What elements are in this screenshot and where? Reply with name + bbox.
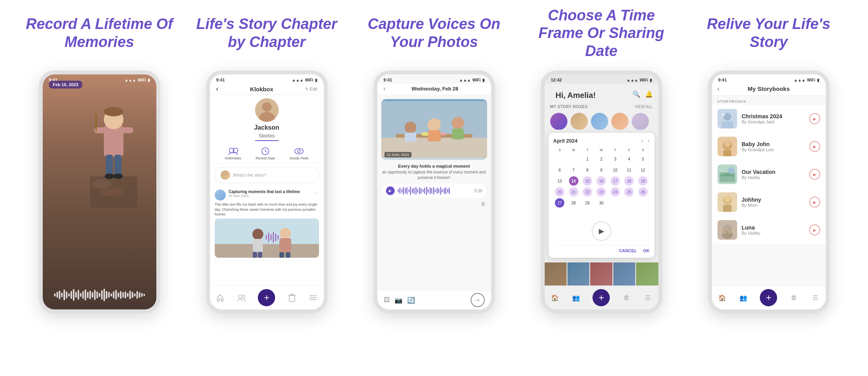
storybook-play-4[interactable]: ▶ [809, 197, 820, 208]
story-box-5[interactable] [632, 113, 649, 130]
menu-nav-icon[interactable]: ☰ [643, 293, 652, 302]
view-all-link[interactable]: VIEW ALL [635, 105, 653, 109]
cal-day-6[interactable]: 6 [555, 165, 564, 175]
story-box-2[interactable] [571, 113, 588, 130]
calendar-grid: S M T W T F S 1 2 3 4 5 [553, 147, 650, 219]
phone4-frame: 12:42 ▲▲▲ WiFi ▮ Hi, Amelia! 🔍 🔔 MY ST [541, 70, 662, 313]
cal-day-13[interactable]: 13 [555, 176, 564, 186]
storybooks-title: My Storybooks [748, 85, 790, 92]
cal-day-26[interactable]: 26 [638, 187, 648, 197]
reveal-date-action[interactable]: Reveal Date [256, 147, 275, 160]
cal-day-23[interactable]: 23 [596, 187, 606, 197]
back-arrow-icon[interactable]: ‹ [718, 85, 719, 92]
post-date: 20 Nov 2024 [229, 194, 311, 198]
cal-day-17[interactable]: 17 [611, 176, 620, 186]
phone5-app-header: ‹ My Storybooks [712, 84, 826, 96]
storybook-play-5[interactable]: ▶ [809, 224, 820, 235]
stories-tab[interactable]: Stories [255, 133, 279, 141]
storybook-item-4[interactable]: Johhny By Mom ▶ [712, 188, 826, 216]
sneak-peek-action[interactable]: Sneak Peek [290, 147, 309, 160]
back-arrow-icon[interactable]: ‹ [216, 85, 218, 92]
ok-button[interactable]: OK [643, 248, 650, 253]
post-options-icon[interactable]: ··· [314, 190, 319, 196]
menu-nav-icon[interactable]: ☰ [811, 293, 819, 302]
svg-point-10 [113, 174, 123, 179]
people-nav-icon[interactable]: 👥 [739, 293, 748, 302]
cal-day-30[interactable]: 30 [596, 198, 606, 208]
home-nav-icon[interactable]: 🏠 [551, 293, 559, 302]
storybook-name-5: Luna [742, 224, 805, 231]
cal-day-28[interactable]: 28 [569, 198, 578, 208]
storybook-play-1[interactable]: ▶ [809, 113, 820, 124]
gallery-icon[interactable]: 🖼 [384, 296, 390, 304]
story-box-1[interactable] [550, 113, 567, 130]
trash-nav-icon[interactable] [288, 293, 296, 302]
cal-day-10[interactable]: 10 [611, 165, 620, 175]
section-relive-story: Relive Your Life's Story 9:41 ▲▲▲ WiFi ▮… [685, 8, 852, 368]
cal-day-21[interactable]: 21 [569, 187, 578, 197]
cal-day-2[interactable]: 2 [596, 154, 606, 164]
cal-day-9[interactable]: 9 [596, 165, 606, 175]
cal-day-11[interactable]: 11 [624, 165, 634, 175]
cancel-button[interactable]: CANCEL [619, 248, 637, 253]
home-nav-icon[interactable] [216, 293, 225, 302]
cal-day-14[interactable]: 14 [569, 176, 578, 186]
cal-day-25[interactable]: 25 [624, 187, 634, 197]
add-button[interactable]: + [593, 289, 610, 306]
menu-nav-icon[interactable] [309, 293, 317, 302]
cal-day-15[interactable]: 15 [583, 176, 592, 186]
delete-icon[interactable]: 🗑 [383, 201, 486, 207]
cal-day-27[interactable]: 27 [555, 198, 564, 208]
calendar-play-button[interactable]: ▶ [592, 221, 611, 241]
clock-icon [260, 147, 271, 155]
360-icon[interactable]: 🔄 [407, 296, 415, 304]
storybook-play-2[interactable]: ▶ [809, 141, 820, 152]
cal-day-3[interactable]: 3 [611, 154, 620, 164]
play-button[interactable]: ▶ [386, 186, 395, 195]
section4-title: Choose A Time Frame Or Sharing Date [526, 8, 677, 59]
story-box-4[interactable] [611, 113, 629, 130]
klokmates-action[interactable]: Klokmates [225, 147, 241, 160]
people-nav-icon[interactable]: 👥 [572, 293, 580, 302]
people-nav-icon[interactable] [237, 293, 246, 302]
photo-caption: Every day holds a magical moment an oppo… [382, 164, 486, 181]
storybook-author-2: By Grandpa Luis [742, 147, 805, 152]
cal-day-5[interactable]: 5 [638, 154, 648, 164]
cal-day-19[interactable]: 19 [638, 176, 648, 186]
svg-rect-39 [277, 235, 279, 240]
storybook-item-2[interactable]: Baby John By Grandpa Luis ▶ [712, 133, 826, 160]
cal-day-20[interactable]: 20 [555, 187, 564, 197]
storybook-item-3[interactable]: Our Vacation By Hubby ▶ [712, 161, 826, 188]
next-button[interactable]: → [471, 293, 485, 307]
audio-duration: 0:39 [475, 189, 482, 193]
edit-button[interactable]: ✎ Edit [305, 87, 317, 92]
trash-nav-icon[interactable]: 🗑 [790, 293, 798, 302]
search-icon[interactable]: 🔍 [632, 90, 640, 98]
back-arrow-icon[interactable]: ‹ [384, 85, 386, 92]
cal-day-24[interactable]: 24 [611, 187, 620, 197]
cal-day-16[interactable]: 16 [596, 176, 606, 186]
prev-month-button[interactable]: ‹ [641, 137, 643, 144]
cal-day-22[interactable]: 22 [583, 187, 592, 197]
svg-rect-38 [275, 233, 276, 241]
story-box-3[interactable] [591, 113, 608, 130]
cal-day-1[interactable]: 1 [583, 154, 592, 164]
storybook-item-1[interactable]: Christmas 2024 By Grandpa Jack ▶ [712, 105, 826, 132]
storybook-item-5[interactable]: Luna By Hubby ▶ [712, 216, 826, 244]
cal-day-4[interactable]: 4 [624, 154, 634, 164]
phone4-status-icons: ▲▲▲ WiFi ▮ [627, 78, 652, 82]
add-story-button[interactable]: + [760, 289, 777, 306]
cal-day-18[interactable]: 18 [624, 176, 634, 186]
home-nav-icon[interactable]: 🏠 [718, 293, 727, 302]
cal-day-12[interactable]: 12 [638, 165, 648, 175]
next-month-button[interactable]: › [648, 137, 650, 144]
camera-icon[interactable]: 📷 [395, 296, 402, 304]
cal-day-7[interactable]: 7 [569, 165, 578, 175]
story-input[interactable]: What's the story? [215, 167, 319, 183]
add-story-button[interactable]: + [258, 289, 275, 306]
trash-nav-icon[interactable]: 🗑 [622, 293, 631, 302]
storybook-play-3[interactable]: ▶ [809, 169, 820, 180]
cal-day-8[interactable]: 8 [583, 165, 592, 175]
bell-icon[interactable]: 🔔 [645, 90, 653, 98]
cal-day-29[interactable]: 29 [583, 198, 592, 208]
